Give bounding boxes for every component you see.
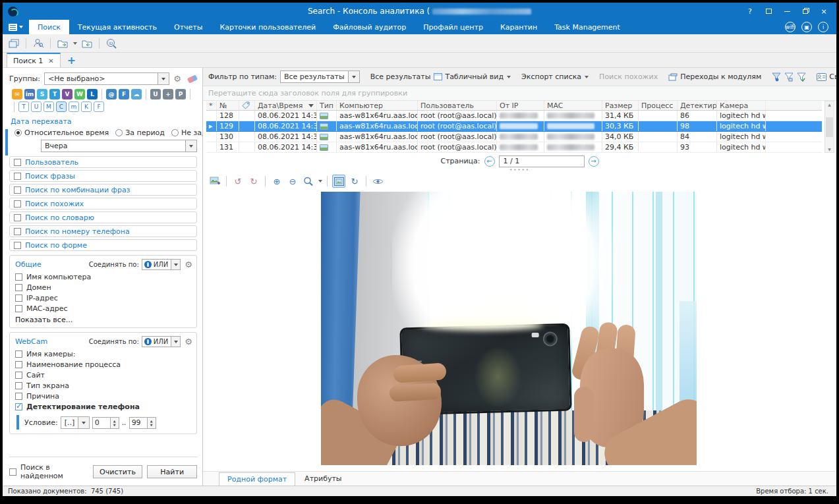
usb-icon[interactable]: U	[150, 89, 161, 99]
column-header-компьютер[interactable]: Компьютер	[337, 101, 418, 110]
condition-from-stepper[interactable]: 0 ▲▼	[92, 417, 119, 429]
column-header-mac[interactable]: MAC	[544, 101, 602, 110]
search-similar-button[interactable]: Поиск похожих	[599, 72, 658, 81]
im-icon[interactable]: im	[24, 89, 35, 99]
all-results-button[interactable]: Все результаты	[370, 72, 431, 81]
help-button[interactable]: ?	[741, 5, 759, 18]
gear-icon[interactable]: ⚙	[185, 260, 192, 269]
column-header-tag[interactable]	[239, 101, 255, 110]
checkbox-icon[interactable]	[14, 242, 21, 249]
webcam-filter-детектирование-телефона[interactable]: Детектирование телефона	[15, 403, 192, 411]
ftp-icon[interactable]: F	[119, 89, 129, 99]
export-list-button[interactable]: Экспорт списка	[521, 72, 589, 81]
checkbox-icon[interactable]	[15, 361, 22, 368]
checkbox-icon[interactable]	[15, 393, 22, 400]
http-icon[interactable]: @	[106, 89, 117, 99]
checkbox-icon[interactable]	[15, 273, 22, 281]
device-search-icon[interactable]: +	[163, 89, 173, 99]
date-option-относительное-время[interactable]: Относительное время	[14, 128, 109, 137]
eraser-icon[interactable]	[187, 74, 198, 83]
windows-cascade-icon[interactable]	[7, 37, 21, 50]
menu-tab-карантин[interactable]: Карантин	[492, 20, 546, 34]
common-filter-домен[interactable]: Домен	[15, 283, 192, 292]
connection-status-icon[interactable]: wifi	[785, 22, 796, 32]
gear-icon[interactable]: ⚙	[173, 74, 181, 83]
column-header-процесс[interactable]: Процесс	[639, 101, 678, 110]
fit-to-window-icon[interactable]	[332, 175, 345, 188]
checkbox-icon[interactable]	[14, 228, 21, 235]
period-dropdown[interactable]: Вчера	[41, 140, 197, 152]
close-button[interactable]: ×	[815, 5, 832, 18]
column-header-пользователь[interactable]: Пользователь	[418, 101, 497, 110]
minimize-button[interactable]	[778, 5, 796, 18]
vertical-scrollbar[interactable]: ▲ ▼	[825, 101, 834, 153]
checkbox-icon[interactable]	[15, 382, 22, 389]
scroll-down-icon[interactable]: ▼	[828, 147, 831, 152]
checkbox-icon[interactable]	[15, 403, 22, 410]
checkbox-icon[interactable]	[15, 372, 22, 379]
zoom-in-icon[interactable]: ⊕	[270, 175, 283, 188]
folder-import-icon[interactable]	[80, 37, 94, 50]
dropdown-button[interactable]	[185, 140, 196, 152]
magnifier-icon[interactable]	[302, 175, 315, 188]
common-filter-mac-адрес[interactable]: MAC-адрес	[15, 304, 192, 313]
webcam-filter-причина[interactable]: Причина	[15, 392, 192, 401]
refresh-image-icon[interactable]: ↻	[348, 175, 361, 188]
scroll-up-icon[interactable]: ▲	[828, 102, 831, 107]
printer-icon[interactable]: P	[175, 89, 186, 99]
menu-tab-task-management[interactable]: Task Management	[546, 20, 629, 34]
filter-box-поиск-по-форме[interactable]: Поиск по форме	[9, 239, 197, 251]
filter-box-поиск-фразы[interactable]: Поиск фразы	[9, 170, 197, 182]
gear-icon[interactable]: ⚙	[185, 337, 192, 346]
filter-funnel-apply-icon[interactable]	[797, 72, 806, 82]
user-properties-button[interactable]: Свойства пользо...	[817, 72, 836, 81]
splitter-handle[interactable]: •••••	[203, 168, 836, 172]
group-by-bar[interactable]: Перетащите сюда заголовок поля для групп…	[203, 86, 836, 101]
microphone-icon[interactable]: m	[69, 101, 79, 112]
common-filter-имя-компьютера[interactable]: Имя компьютера	[15, 273, 192, 281]
package-icon[interactable]: ▣	[801, 22, 812, 32]
column-header-[interactable]: №	[217, 101, 239, 110]
dropdown-button[interactable]	[78, 417, 89, 428]
menu-tab-профайл-центр[interactable]: Профайл центр	[415, 20, 492, 34]
webcam-filter-имя-камеры[interactable]: Имя камеры:	[15, 350, 192, 358]
time-icon[interactable]: T	[18, 101, 29, 112]
column-header-тип-фа[interactable]: Тип фа	[317, 101, 337, 110]
rotate-right-icon[interactable]: ↻	[247, 175, 260, 188]
checkbox-icon[interactable]	[15, 294, 22, 302]
table-row[interactable]: 13108.06.2021 14:39:33aas-w81x64ru.aas.l…	[206, 142, 822, 153]
menu-tab-файловый-аудитор[interactable]: Файловый аудитор	[324, 20, 415, 34]
column-header-детектирова[interactable]: Детектирова	[678, 101, 717, 110]
user-search-icon[interactable]	[31, 37, 45, 50]
column-header-размер[interactable]: Размер	[602, 101, 639, 110]
spinner-arrows-icon[interactable]: ▲▼	[110, 418, 119, 428]
menu-tab-поиск[interactable]: Поиск	[29, 20, 69, 34]
groups-dropdown[interactable]: <Не выбрано>	[44, 72, 169, 85]
folder-export-icon[interactable]	[55, 37, 70, 50]
dropdown-button[interactable]	[158, 73, 169, 84]
checkbox-icon[interactable]	[14, 214, 21, 221]
monitor-icon[interactable]: M	[43, 101, 54, 112]
filter-box-поиск-по-номеру-телефона[interactable]: Поиск по номеру телефона	[9, 225, 197, 237]
menu-tab-карточки-пользователей[interactable]: Карточки пользователей	[211, 20, 324, 34]
checkbox-icon[interactable]	[14, 159, 21, 166]
mail-icon[interactable]: ✉	[12, 89, 22, 99]
menu-tab-отчеты[interactable]: Отчеты	[165, 20, 211, 34]
webcam-icon[interactable]: C	[56, 101, 67, 112]
filter-box-поиск-похожих[interactable]: Поиск похожих	[9, 198, 197, 210]
search-tab-1[interactable]: Поиск 1 ✕	[7, 53, 61, 67]
scrollbar-thumb[interactable]	[826, 117, 833, 137]
webcam-filter-тип-экрана[interactable]: Тип экрана	[15, 381, 192, 390]
filter-funnel-edit-icon[interactable]	[784, 72, 794, 82]
zoom-out-icon[interactable]: ⊖	[286, 175, 299, 188]
chevron-down-icon[interactable]	[73, 42, 77, 45]
keyboard-icon[interactable]: K	[81, 101, 92, 112]
whatsapp-icon[interactable]: W	[74, 89, 85, 99]
app-menu-button[interactable]	[3, 20, 29, 34]
table-row[interactable]: 13008.06.2021 14:39:36aas-w81x64ru.aas.l…	[206, 132, 822, 142]
filter-box-пользователь[interactable]: Пользователь	[9, 156, 197, 168]
viber-icon[interactable]: V	[62, 89, 72, 99]
export-image-icon[interactable]	[208, 175, 221, 188]
filter-funnel-icon[interactable]	[772, 72, 781, 82]
table-row[interactable]: ▸12908.06.2021 14:39:38aas-w81x64ru.aas.…	[206, 121, 822, 132]
